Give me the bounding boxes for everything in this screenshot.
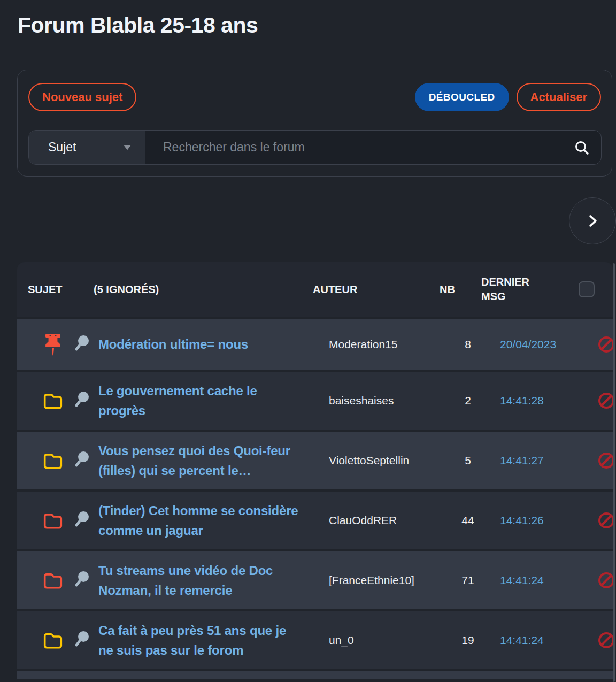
topic-message-count: 19 — [436, 634, 500, 647]
topic-title-cell: (Tinder) Cet homme se considère comme un… — [98, 501, 312, 540]
loupe-icon — [74, 334, 92, 355]
loupe-icon — [74, 390, 92, 411]
topic-author: un_0 — [312, 634, 436, 647]
topic-link[interactable]: Vous pensez quoi des Quoi-feur (filles) … — [98, 443, 290, 478]
topic-link[interactable]: Le gouvernement cache le progrès — [98, 384, 257, 418]
topic-rows: Modération ultime= nousModeration15820/0… — [17, 319, 613, 669]
topic-status-cell — [17, 631, 67, 649]
topic-status-cell — [17, 333, 67, 356]
topic-link[interactable]: Modération ultime= nous — [98, 337, 248, 351]
topic-block-cell[interactable] — [589, 511, 616, 530]
topic-status-cell — [17, 392, 67, 410]
table-row: (Tinder) Cet homme se considère comme un… — [17, 492, 613, 549]
search-filter-value: Sujet — [48, 140, 76, 155]
topic-author: ViolettoSeptellin — [312, 454, 436, 467]
page-title: Forum Blabla 25-18 ans — [18, 13, 616, 38]
topic-author: Moderation15 — [312, 338, 436, 351]
topic-message-count: 44 — [436, 514, 500, 527]
column-header-nb: NB — [440, 283, 455, 296]
table-row-partial — [17, 671, 613, 679]
select-all-checkbox[interactable] — [579, 281, 595, 297]
topic-preview-cell[interactable] — [67, 510, 98, 531]
topic-preview-cell[interactable] — [67, 630, 98, 651]
topic-last-msg-time[interactable]: 20/04/2023 — [500, 338, 579, 351]
topic-table: SUJET (5 IGNORÉS) AUTEUR NB DERNIER MSG … — [17, 262, 613, 679]
column-header-subject: SUJET — [28, 283, 62, 296]
topic-message-count: 71 — [436, 574, 500, 587]
topic-block-cell[interactable] — [589, 335, 616, 354]
column-header-author: AUTEUR — [313, 283, 357, 296]
folder-icon — [43, 571, 63, 589]
topic-preview-cell[interactable] — [67, 390, 98, 411]
scrollbar-thumb[interactable] — [613, 263, 615, 682]
forum-search-bar: Sujet — [28, 130, 602, 165]
topic-title-cell: Ca fait à peu près 51 ans que je ne suis… — [98, 620, 312, 660]
ignored-count-label: (5 IGNORÉS) — [94, 283, 159, 296]
chevron-right-icon — [583, 212, 602, 230]
topic-block-cell[interactable] — [589, 392, 616, 410]
topic-preview-cell[interactable] — [67, 570, 98, 591]
search-input[interactable] — [145, 131, 563, 164]
table-row: Le gouvernement cache le progrèsbaisesha… — [17, 372, 613, 430]
topic-status-cell — [17, 571, 67, 589]
topic-block-cell[interactable] — [589, 631, 616, 649]
loupe-icon — [74, 450, 92, 471]
topic-message-count: 8 — [436, 338, 500, 351]
loupe-icon — [74, 570, 92, 591]
loupe-icon — [74, 630, 92, 651]
topic-last-msg-time[interactable]: 14:41:27 — [500, 454, 579, 467]
topic-author: ClauOddRER — [312, 514, 436, 527]
topic-last-msg-time[interactable]: 14:41:24 — [500, 574, 579, 587]
table-row: Ca fait à peu près 51 ans que je ne suis… — [17, 611, 613, 669]
folder-icon — [43, 511, 63, 530]
topic-author: [FranceEthnie10] — [312, 574, 436, 587]
loupe-icon — [74, 510, 92, 531]
folder-icon — [43, 451, 63, 470]
topic-last-msg-time[interactable]: 14:41:24 — [500, 634, 579, 647]
search-filter-select[interactable]: Sujet — [29, 131, 145, 164]
column-header-last-msg: DERNIER MSG — [481, 275, 541, 304]
table-row: Modération ultime= nousModeration15820/0… — [17, 319, 613, 370]
topic-link[interactable]: Tu streams une vidéo de Doc Nozman, il t… — [98, 563, 273, 597]
topic-message-count: 5 — [436, 454, 500, 467]
forum-toolbar: Nouveau sujet DÉBOUCLED Actualiser Sujet — [17, 70, 612, 177]
topic-link[interactable]: Ca fait à peu près 51 ans que je ne suis… — [98, 623, 286, 657]
new-topic-button[interactable]: Nouveau sujet — [28, 83, 136, 111]
topic-last-msg-time[interactable]: 14:41:26 — [500, 514, 579, 527]
refresh-button[interactable]: Actualiser — [517, 83, 601, 111]
topic-title-cell: Le gouvernement cache le progrès — [98, 381, 312, 420]
magnifier-icon — [574, 140, 590, 156]
topic-block-cell[interactable] — [589, 451, 616, 470]
topic-message-count: 2 — [436, 394, 500, 407]
topic-link[interactable]: (Tinder) Cet homme se considère comme un… — [98, 503, 298, 538]
topic-author: baiseshaises — [312, 394, 436, 407]
topic-title-cell: Vous pensez quoi des Quoi-feur (filles) … — [98, 441, 312, 480]
chevron-down-icon — [124, 145, 131, 150]
topic-table-header: SUJET (5 IGNORÉS) AUTEUR NB DERNIER MSG — [17, 262, 613, 317]
topic-title-cell: Tu streams une vidéo de Doc Nozman, il t… — [98, 561, 312, 600]
table-row: Vous pensez quoi des Quoi-feur (filles) … — [17, 432, 613, 489]
folder-icon — [43, 392, 63, 410]
deboucled-button[interactable]: DÉBOUCLED — [415, 83, 509, 111]
topic-preview-cell[interactable] — [67, 334, 98, 355]
topic-title-cell: Modération ultime= nous — [98, 334, 312, 354]
folder-icon — [43, 631, 63, 649]
search-button[interactable] — [563, 131, 601, 164]
topic-status-cell — [17, 511, 67, 530]
topic-preview-cell[interactable] — [67, 450, 98, 471]
next-page-button[interactable] — [569, 197, 616, 244]
pin-icon — [43, 333, 63, 356]
topic-block-cell[interactable] — [589, 571, 616, 589]
table-row: Tu streams une vidéo de Doc Nozman, il t… — [17, 551, 613, 609]
topic-status-cell — [17, 451, 67, 470]
topic-last-msg-time[interactable]: 14:41:28 — [500, 394, 579, 407]
